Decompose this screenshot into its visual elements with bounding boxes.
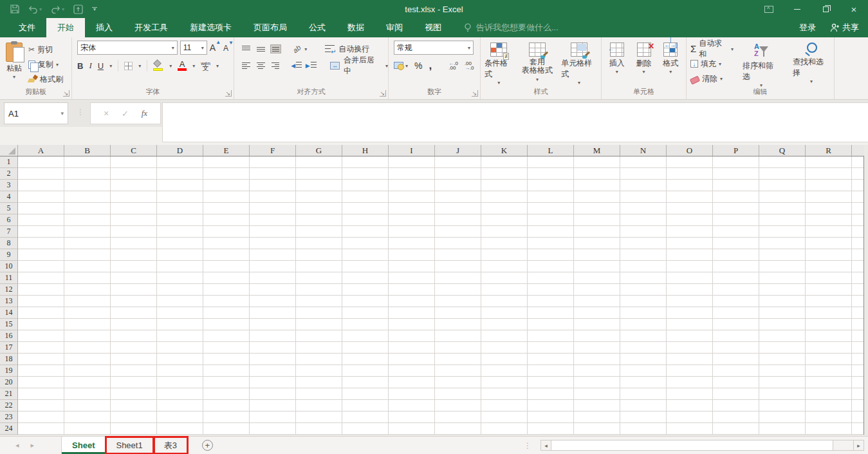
middle-align-button[interactable] — [255, 44, 266, 53]
increase-indent-icon[interactable]: ▶ — [306, 61, 317, 70]
wrap-text-icon[interactable] — [325, 45, 335, 53]
scroll-left-icon[interactable]: ◂ — [541, 440, 551, 450]
scroll-right-icon[interactable]: ▸ — [853, 440, 863, 450]
row-header-13[interactable]: 13 — [0, 296, 18, 307]
redo-dropdown-icon[interactable]: ▾ — [62, 6, 64, 12]
name-box[interactable]: A1 ▾ — [4, 102, 68, 124]
row-cells[interactable] — [18, 377, 863, 388]
enter-icon[interactable]: ✓ — [122, 109, 129, 118]
close-button[interactable]: × — [840, 0, 868, 18]
row-header-10[interactable]: 10 — [0, 261, 18, 272]
row-header-1[interactable]: 1 — [0, 156, 18, 168]
row-cells[interactable] — [18, 168, 863, 180]
row-cells[interactable] — [18, 307, 863, 319]
tab-开始[interactable]: 开始 — [46, 18, 85, 37]
find-select-dropdown-icon[interactable]: ▾ — [810, 80, 813, 84]
merge-center-dropdown-icon[interactable]: ▾ — [385, 63, 388, 69]
decrease-font-size-button[interactable]: A▼ — [223, 43, 234, 53]
redo-icon[interactable]: ▾ — [51, 5, 64, 14]
row-cells[interactable] — [18, 388, 863, 400]
row-header-23[interactable]: 23 — [0, 411, 18, 423]
column-header-B[interactable]: B — [64, 145, 111, 156]
row-cells[interactable] — [18, 238, 863, 249]
row-header-8[interactable]: 8 — [0, 238, 18, 249]
row-cells[interactable] — [18, 319, 863, 330]
column-header-R[interactable]: R — [806, 145, 852, 156]
bold-button[interactable]: B — [77, 61, 83, 71]
name-box-dropdown-icon[interactable]: ▾ — [60, 110, 64, 117]
column-header-H[interactable]: H — [342, 145, 389, 156]
select-all-button[interactable] — [0, 145, 18, 156]
paste-dropdown-icon[interactable]: ▾ — [13, 75, 15, 79]
column-header-I[interactable]: I — [389, 145, 435, 156]
row-header-3[interactable]: 3 — [0, 180, 18, 191]
tab-文件[interactable]: 文件 — [8, 18, 46, 37]
row-header-15[interactable]: 15 — [0, 319, 18, 330]
column-header-L[interactable]: L — [528, 145, 574, 156]
customize-qat-icon[interactable]: ▾ — [92, 7, 97, 12]
font-color-icon[interactable]: A — [178, 61, 187, 71]
undo-icon[interactable]: ▾ — [28, 5, 42, 14]
column-header-C[interactable]: C — [111, 145, 157, 156]
align-center-button[interactable] — [255, 61, 266, 70]
copy-button[interactable]: 复制 ▾ — [28, 57, 63, 71]
column-header-E[interactable]: E — [203, 145, 250, 156]
format-cells-dropdown-icon[interactable]: ▾ — [669, 70, 672, 74]
font-size-dropdown-icon[interactable]: ▾ — [201, 45, 204, 51]
accounting-dropdown-icon[interactable]: ▾ — [405, 63, 408, 69]
alignment-dialog-launcher-icon[interactable]: ↘ — [380, 90, 386, 97]
tab-页面布局[interactable]: 页面布局 — [243, 18, 298, 37]
tab-审阅[interactable]: 审阅 — [375, 18, 414, 37]
fill-color-icon[interactable] — [153, 61, 163, 71]
row-cells[interactable] — [18, 272, 863, 284]
cancel-icon[interactable]: × — [104, 108, 109, 118]
row-cells[interactable] — [18, 249, 863, 261]
font-name-dropdown-icon[interactable]: ▾ — [172, 45, 174, 51]
number-format-dropdown-icon[interactable]: ▾ — [468, 45, 470, 51]
restore-button[interactable] — [811, 0, 840, 18]
row-cells[interactable] — [18, 191, 863, 203]
clipboard-dialog-launcher-icon[interactable]: ↘ — [63, 90, 69, 97]
row-header-9[interactable]: 9 — [0, 249, 18, 261]
sheet-tab-Sheet1[interactable]: Sheet1 — [106, 437, 153, 454]
sheet-nav-left-icon[interactable]: ◂ — [15, 441, 19, 449]
format-as-table-dropdown-icon[interactable]: ▾ — [536, 77, 539, 82]
column-header-G[interactable]: G — [296, 145, 342, 156]
cut-button[interactable]: ✂ 剪切 — [28, 43, 63, 57]
number-format-combobox[interactable]: 常规▾ — [394, 41, 474, 55]
row-header-7[interactable]: 7 — [0, 226, 18, 238]
scrollbar-thumb[interactable] — [551, 440, 833, 450]
row-header-12[interactable]: 12 — [0, 284, 18, 296]
row-cells[interactable] — [18, 214, 863, 226]
row-header-20[interactable]: 20 — [0, 377, 18, 388]
increase-decimal-icon[interactable]: ←.0.00 — [448, 61, 458, 70]
horizontal-scrollbar[interactable]: ◂ ▸ — [540, 440, 864, 451]
column-header-K[interactable]: K — [481, 145, 528, 156]
font-color-dropdown-icon[interactable]: ▾ — [192, 63, 195, 69]
column-header-O[interactable]: O — [667, 145, 713, 156]
formula-input[interactable] — [162, 102, 868, 142]
row-cells[interactable] — [18, 400, 863, 411]
tab-数据[interactable]: 数据 — [337, 18, 375, 37]
borders-icon[interactable] — [124, 62, 133, 70]
autosum-button[interactable]: Σ 自动求和 ▾ — [690, 42, 734, 56]
tab-插入[interactable]: 插入 — [85, 18, 124, 37]
fill-button[interactable]: ↓ 填充 ▾ — [690, 57, 734, 71]
row-header-19[interactable]: 19 — [0, 365, 18, 377]
align-right-button[interactable] — [270, 61, 281, 70]
bottom-align-button[interactable] — [270, 44, 281, 53]
percent-style-button[interactable]: % — [414, 61, 422, 71]
conditional-formatting-dropdown-icon[interactable]: ▾ — [497, 81, 500, 85]
merge-center-label[interactable]: 合并后居中 — [344, 55, 382, 77]
underline-dropdown-icon[interactable]: ▾ — [109, 63, 112, 69]
new-sheet-button[interactable]: + — [202, 440, 213, 451]
save-icon[interactable] — [10, 5, 19, 14]
minimize-button[interactable] — [783, 0, 811, 18]
decrease-indent-icon[interactable]: ◀ — [291, 61, 302, 70]
row-header-16[interactable]: 16 — [0, 330, 18, 342]
orientation-icon[interactable]: ab — [291, 43, 302, 54]
underline-button[interactable]: U — [98, 61, 104, 71]
font-size-combobox[interactable]: 11▾ — [180, 41, 207, 55]
undo-dropdown-icon[interactable]: ▾ — [39, 6, 42, 12]
phonetic-guide-button[interactable]: wén 文 — [201, 61, 210, 71]
